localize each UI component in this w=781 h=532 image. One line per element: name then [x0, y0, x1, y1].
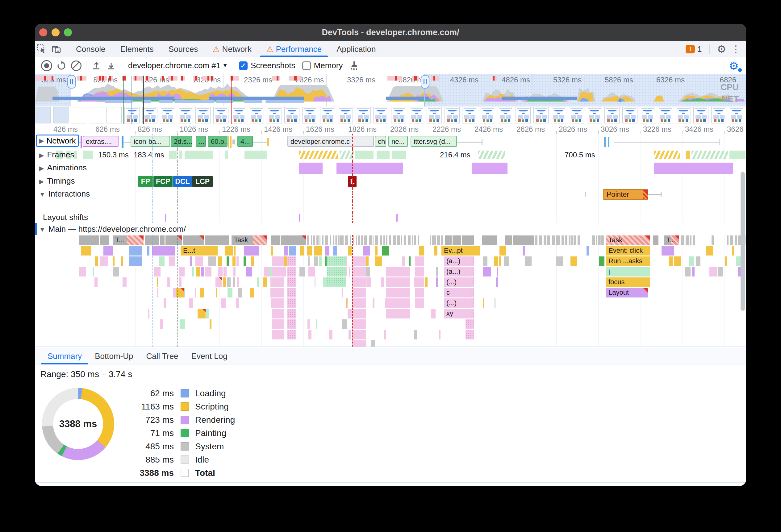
partial-frame-block[interactable] — [478, 150, 505, 159]
network-request[interactable]: chr — [375, 136, 386, 147]
track-label-network[interactable]: ▶Network — [36, 135, 79, 147]
screenshot-thumbnail[interactable] — [605, 107, 620, 124]
screenshot-thumbnail[interactable] — [267, 107, 282, 124]
flame-event[interactable]: Event: click — [606, 246, 650, 256]
frame-block[interactable] — [225, 150, 228, 159]
capture-settings-gear-icon[interactable]: ⚙ — [729, 59, 741, 72]
flame-task[interactable]: Task — [232, 235, 267, 245]
screenshot-thumbnail[interactable] — [231, 107, 246, 124]
flame-event[interactable]: c — [444, 288, 471, 298]
screenshot-thumbnail[interactable] — [480, 107, 495, 124]
screenshot-thumbnail[interactable] — [533, 107, 548, 124]
screenshot-thumbnail[interactable] — [107, 107, 122, 124]
memory-checkbox[interactable]: Memory — [302, 61, 343, 70]
screenshot-thumbnail[interactable] — [711, 107, 726, 124]
screenshot-thumbnail[interactable] — [693, 107, 708, 124]
screenshot-thumbnail[interactable] — [89, 107, 104, 124]
frame-block[interactable] — [245, 150, 267, 159]
tab-application[interactable]: Application — [329, 41, 383, 57]
main-thread-flame-chart[interactable]: T...TaskTaskT...E...tEv...ptEvent: click… — [35, 235, 746, 347]
screenshot-thumbnail[interactable] — [213, 107, 229, 124]
track-lshift[interactable]: Layout shifts — [35, 213, 746, 223]
screenshot-thumbnail[interactable] — [498, 107, 513, 124]
network-request[interactable]: 4... — [237, 136, 253, 147]
screenshots-checkbox[interactable]: ✓ Screenshots — [239, 61, 295, 70]
flame-event[interactable]: Ev...pt — [442, 246, 480, 256]
frame-block[interactable] — [686, 150, 690, 159]
vertical-scrollbar[interactable] — [741, 172, 745, 311]
flame-event[interactable]: E...t — [180, 246, 218, 256]
track-frames[interactable]: ▶Frames150.3 ms183.4 ms216.4 ms700.5 ms — [35, 149, 746, 162]
flame-event[interactable]: (a...) — [444, 257, 471, 266]
selection-left-handle[interactable] — [67, 75, 76, 89]
screenshot-thumbnail[interactable] — [124, 107, 139, 124]
selection-right-handle[interactable] — [421, 75, 429, 89]
reload-and-record-button[interactable] — [54, 58, 69, 73]
screenshot-thumbnail[interactable] — [373, 107, 388, 124]
flame-event[interactable]: Layout — [606, 288, 648, 298]
flame-event[interactable]: j — [606, 267, 650, 276]
screenshot-thumbnail[interactable] — [160, 107, 175, 124]
save-profile-icon[interactable] — [104, 58, 119, 73]
screenshot-thumbnail[interactable] — [569, 107, 584, 124]
flame-task[interactable]: T... — [664, 235, 679, 245]
inspect-element-icon[interactable] — [35, 41, 49, 57]
flame-event[interactable]: focus — [606, 277, 650, 287]
details-tab-call-tree[interactable]: Call Tree — [140, 348, 185, 364]
network-request[interactable]: ne... — [388, 136, 408, 147]
screenshot-thumbnail[interactable] — [462, 107, 477, 124]
partial-frame-block[interactable] — [299, 150, 338, 159]
track-network[interactable]: extras....icon-ba...2d.s......60.p..4...… — [35, 134, 746, 149]
screenshot-thumbnail[interactable] — [53, 107, 69, 124]
screenshot-thumbnail[interactable] — [320, 107, 335, 124]
layout-shift-tick[interactable] — [299, 214, 300, 222]
track-label-layout_shifts[interactable]: Layout shifts — [43, 213, 88, 222]
details-tab-bottom-up[interactable]: Bottom-Up — [88, 348, 139, 364]
screenshot-thumbnail[interactable] — [516, 107, 531, 124]
kebab-menu-icon[interactable]: ⋮ — [731, 44, 741, 54]
screenshot-thumbnail[interactable] — [338, 107, 353, 124]
screenshot-thumbnail[interactable] — [445, 107, 460, 124]
tab-elements[interactable]: Elements — [113, 41, 161, 57]
track-label-interactions[interactable]: ▼Interactions — [39, 189, 90, 199]
screenshot-thumbnail[interactable] — [142, 107, 157, 124]
screenshot-thumbnail[interactable] — [729, 107, 744, 124]
device-toolbar-icon[interactable] — [49, 41, 63, 57]
screenshot-thumbnail[interactable] — [587, 107, 602, 124]
flame-event[interactable]: (...) — [444, 277, 471, 287]
collect-garbage-icon[interactable] — [347, 58, 362, 73]
track-timings[interactable]: ▶TimingsFPFCPDCLLCPL — [35, 175, 746, 188]
profile-select[interactable]: developer.chrome.com #1▼ — [128, 61, 228, 70]
screenshot-thumbnail[interactable] — [302, 107, 317, 124]
screenshot-thumbnail[interactable] — [551, 107, 566, 124]
frame-block[interactable] — [83, 150, 93, 159]
timing-marker-lcp[interactable]: LCP — [192, 176, 213, 187]
flame-event[interactable]: xy — [444, 309, 471, 318]
screenshot-thumbnail[interactable] — [71, 107, 86, 124]
frame-block[interactable] — [377, 150, 389, 159]
network-request[interactable]: developer.chrome.c — [287, 136, 374, 147]
screenshot-thumbnail[interactable] — [178, 107, 193, 124]
frame-block[interactable] — [393, 150, 406, 159]
tab-network[interactable]: ⚠Network — [205, 41, 259, 57]
timing-marker-dcl[interactable]: DCL — [173, 176, 192, 187]
screenshot-thumbnail[interactable] — [409, 107, 424, 124]
layout-shift-tick[interactable] — [396, 214, 398, 222]
frame-block[interactable] — [179, 150, 182, 159]
frame-block[interactable] — [169, 150, 176, 159]
main-thread-track-header[interactable]: ▼Main — https://developer.chrome.com/ — [35, 223, 746, 235]
network-request[interactable]: 2d.s... — [171, 136, 192, 147]
flame-task[interactable]: Task — [606, 235, 650, 245]
screenshot-thumbnail[interactable] — [391, 107, 406, 124]
track-intersub[interactable] — [35, 201, 746, 213]
partial-frame-block[interactable] — [692, 150, 728, 159]
network-request[interactable]: icon-ba... — [131, 136, 170, 147]
flame-event[interactable]: Run ...asks — [606, 257, 650, 266]
tab-console[interactable]: Console — [69, 41, 113, 57]
timeline-overview[interactable]: 326 ms826 ms1326 ms1826 ms2326 ms2826 ms… — [35, 74, 746, 107]
frame-block[interactable] — [184, 150, 213, 159]
flame-task[interactable]: T... — [113, 235, 143, 245]
details-tab-event-log[interactable]: Event Log — [185, 348, 234, 364]
timing-marker-fp[interactable]: FP — [138, 176, 153, 187]
network-request[interactable]: ... — [196, 136, 206, 147]
